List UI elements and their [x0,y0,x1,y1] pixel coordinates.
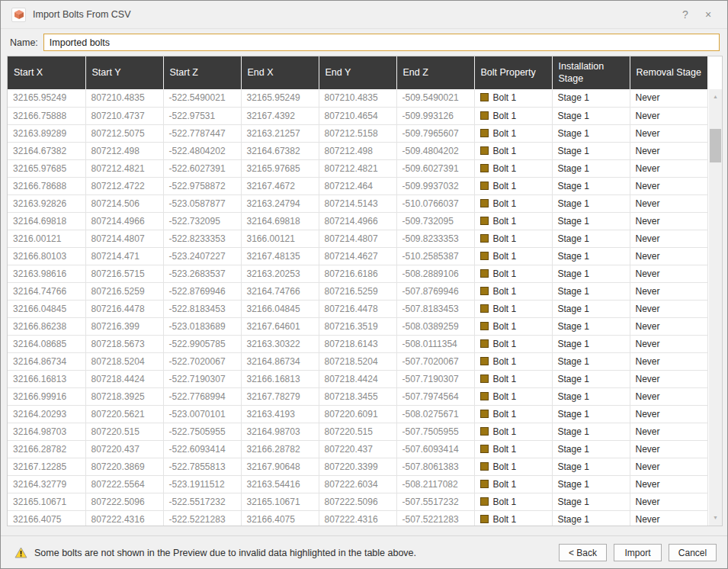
cell-start-y[interactable]: 807212.4821 [85,159,163,177]
table-row[interactable]: 32164.32779807222.5564-523.191151232163.… [8,475,707,493]
cell-start-z[interactable]: -523.0587877 [163,194,241,212]
cell-removal-stage[interactable]: Never [630,124,707,142]
cell-start-x[interactable]: 32167.12285 [8,458,85,475]
cell-end-y[interactable]: 807222.4316 [319,510,396,526]
cell-start-x[interactable]: 32164.67382 [8,142,85,159]
cell-start-x[interactable]: 32164.32779 [8,475,85,493]
cell-start-x[interactable]: 32165.10671 [8,493,85,510]
cell-removal-stage[interactable]: Never [630,510,707,526]
cell-end-z[interactable]: -508.0111354 [396,335,474,352]
table-row[interactable]: 32164.67382807212.498-522.480420232164.6… [8,142,707,159]
cell-bolt-property[interactable]: Bolt 1 [474,265,552,282]
cell-end-y[interactable]: 807220.6091 [319,405,396,423]
title-bar[interactable]: Import Bolts From CSV ? × [1,1,727,29]
cell-bolt-property[interactable]: Bolt 1 [474,335,552,352]
cell-end-x[interactable]: 32167.48135 [241,247,319,265]
cell-bolt-property[interactable]: Bolt 1 [474,230,552,247]
cell-end-y[interactable]: 807216.5259 [319,282,396,300]
column-header-start-z[interactable]: Start Z [163,56,241,89]
cell-removal-stage[interactable]: Never [630,475,707,493]
cell-start-x[interactable]: 32166.86238 [8,317,85,335]
cell-end-z[interactable]: -507.8183453 [396,300,474,317]
cell-installation-stage[interactable]: Stage 1 [552,282,630,300]
cell-start-z[interactable]: -522.5221283 [163,510,241,526]
cell-start-x[interactable]: 32163.92826 [8,194,85,212]
cell-end-z[interactable]: -507.6093414 [396,440,474,458]
back-button[interactable]: < Back [559,544,607,561]
cell-removal-stage[interactable]: Never [630,458,707,475]
cell-end-x[interactable]: 32167.78279 [241,387,319,405]
cell-bolt-property[interactable]: Bolt 1 [474,423,552,440]
cell-removal-stage[interactable]: Never [630,159,707,177]
cell-end-y[interactable]: 807212.498 [319,142,396,159]
cell-start-z[interactable]: -523.0183689 [163,317,241,335]
cell-removal-stage[interactable]: Never [630,300,707,317]
cell-installation-stage[interactable]: Stage 1 [552,335,630,352]
cell-end-z[interactable]: -509.8233353 [396,230,474,247]
cell-start-z[interactable]: -522.8183453 [163,300,241,317]
cell-installation-stage[interactable]: Stage 1 [552,89,630,107]
close-icon[interactable]: × [697,8,720,21]
cell-start-y[interactable]: 807214.4807 [85,230,163,247]
cell-bolt-property[interactable]: Bolt 1 [474,440,552,458]
cell-bolt-property[interactable]: Bolt 1 [474,405,552,423]
column-header-start-y[interactable]: Start Y [85,56,163,89]
cell-start-x[interactable]: 32166.16813 [8,370,85,387]
cell-start-y[interactable]: 807216.4478 [85,300,163,317]
cell-start-y[interactable]: 807222.4316 [85,510,163,526]
table-row[interactable]: 32164.08685807218.5673-522.990578532163.… [8,335,707,352]
cell-removal-stage[interactable]: Never [630,370,707,387]
cell-end-x[interactable]: 32164.69818 [241,212,319,230]
cell-end-x[interactable]: 32163.24794 [241,194,319,212]
cell-end-y[interactable]: 807222.6034 [319,475,396,493]
cell-start-z[interactable]: -522.6027391 [163,159,241,177]
name-input[interactable] [43,34,720,51]
cell-end-y[interactable]: 807210.4835 [319,89,396,107]
table-row[interactable]: 32165.95249807210.4835-522.549002132165.… [8,89,707,107]
cell-end-y[interactable]: 807212.464 [319,177,396,194]
table-row[interactable]: 32166.04845807216.4478-522.818345332166.… [8,300,707,317]
cell-start-z[interactable]: -522.8769946 [163,282,241,300]
vertical-scrollbar[interactable]: ▲ ▼ [709,89,722,526]
cell-start-y[interactable]: 807216.399 [85,317,163,335]
cell-end-y[interactable]: 807222.5096 [319,493,396,510]
cell-installation-stage[interactable]: Stage 1 [552,387,630,405]
cell-installation-stage[interactable]: Stage 1 [552,230,630,247]
cell-installation-stage[interactable]: Stage 1 [552,142,630,159]
cell-start-y[interactable]: 807220.437 [85,440,163,458]
cell-start-z[interactable]: -523.0070101 [163,405,241,423]
table-row[interactable]: 3216.00121807214.4807-522.82333533166.00… [8,230,707,247]
cell-start-y[interactable]: 807218.5204 [85,352,163,370]
cell-bolt-property[interactable]: Bolt 1 [474,317,552,335]
table-row[interactable]: 32166.4075807222.4316-522.522128332166.4… [8,510,707,526]
cell-bolt-property[interactable]: Bolt 1 [474,475,552,493]
cell-end-z[interactable]: -508.0389259 [396,317,474,335]
cell-start-y[interactable]: 807210.4737 [85,107,163,124]
table-row[interactable]: 32166.86238807216.399-523.018368932167.6… [8,317,707,335]
cell-removal-stage[interactable]: Never [630,387,707,405]
cell-start-z[interactable]: -522.7855813 [163,458,241,475]
column-header-bolt-property[interactable]: Bolt Property [474,56,552,89]
cell-bolt-property[interactable]: Bolt 1 [474,352,552,370]
cell-installation-stage[interactable]: Stage 1 [552,159,630,177]
scroll-up-icon[interactable]: ▲ [709,91,722,103]
cell-removal-stage[interactable]: Never [630,352,707,370]
cell-end-y[interactable]: 807212.4821 [319,159,396,177]
cell-start-z[interactable]: -522.9905785 [163,335,241,352]
cell-removal-stage[interactable]: Never [630,265,707,282]
cell-end-z[interactable]: -509.9937032 [396,177,474,194]
table-row[interactable]: 32164.69818807214.4966-522.73209532164.6… [8,212,707,230]
cell-start-x[interactable]: 32165.95249 [8,89,85,107]
cell-start-z[interactable]: -523.2683537 [163,265,241,282]
cell-end-x[interactable]: 32164.74766 [241,282,319,300]
table-row[interactable]: 32166.99916807218.3925-522.776899432167.… [8,387,707,405]
cell-end-x[interactable]: 32166.4075 [241,510,319,526]
column-header-end-z[interactable]: End Z [396,56,474,89]
table-row[interactable]: 32166.16813807218.4424-522.719030732166.… [8,370,707,387]
cell-end-x[interactable]: 32166.04845 [241,300,319,317]
cell-end-z[interactable]: -507.5517232 [396,493,474,510]
cell-bolt-property[interactable]: Bolt 1 [474,124,552,142]
cell-end-x[interactable]: 32164.86734 [241,352,319,370]
cell-start-z[interactable]: -522.97531 [163,107,241,124]
cell-end-z[interactable]: -507.7505955 [396,423,474,440]
